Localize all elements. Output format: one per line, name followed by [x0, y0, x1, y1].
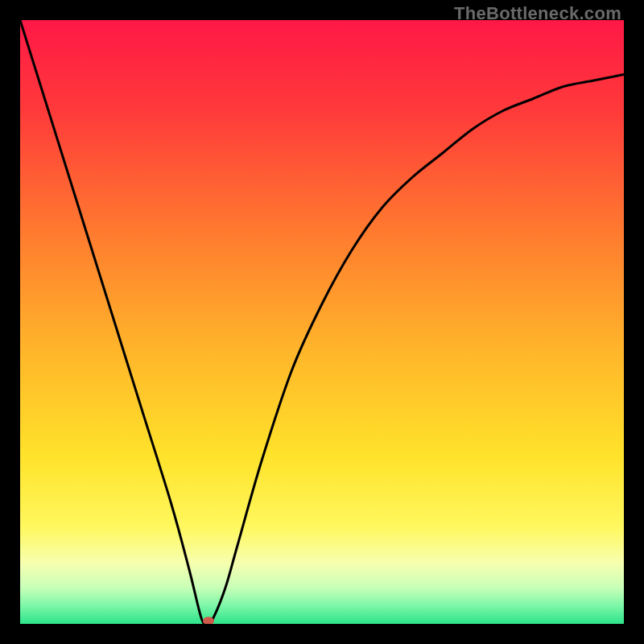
chart-container — [20, 20, 624, 624]
chart-background — [20, 20, 624, 624]
bottleneck-chart — [20, 20, 624, 624]
